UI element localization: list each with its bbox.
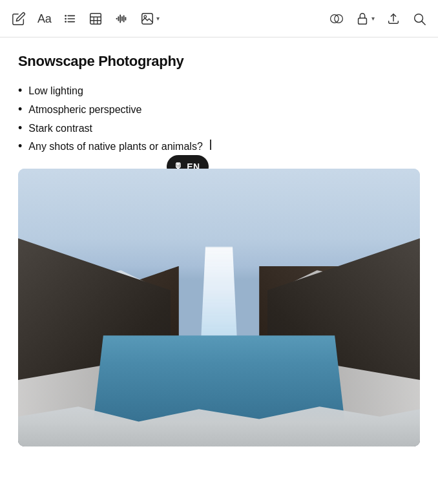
media-svg xyxy=(140,12,154,26)
svg-point-23 xyxy=(415,14,423,22)
collab-icon[interactable] xyxy=(329,12,344,26)
list-item-text-last: Any shots of native plants or animals? xyxy=(28,138,202,155)
lock-svg xyxy=(355,12,370,26)
list-item: Stark contrast xyxy=(18,119,420,138)
list-item-text: Low lighting xyxy=(28,83,83,100)
bullet-list: Low lighting Atmospheric perspective Sta… xyxy=(18,81,420,156)
svg-rect-17 xyxy=(142,13,153,24)
media-chevron: ▾ xyxy=(156,16,160,22)
document-title: Snowscape Photography xyxy=(18,53,420,70)
list-svg xyxy=(63,12,77,26)
collab-svg xyxy=(329,12,344,26)
svg-point-2 xyxy=(65,17,67,19)
svg-rect-21 xyxy=(359,18,367,24)
table-icon[interactable] xyxy=(89,12,103,26)
list-item: Atmospheric perspective xyxy=(18,100,420,119)
list-item-last: Any shots of native plants or animals? 🎙… xyxy=(18,137,420,156)
document-content: Snowscape Photography Low lighting Atmos… xyxy=(0,37,438,156)
table-svg xyxy=(89,12,103,26)
svg-rect-6 xyxy=(90,13,101,24)
list-item: Low lighting xyxy=(18,81,420,100)
lock-button[interactable]: ▾ xyxy=(355,12,375,26)
svg-line-24 xyxy=(422,21,425,25)
edit-svg xyxy=(12,12,26,26)
audio-icon[interactable] xyxy=(114,12,129,26)
list-item-text: Atmospheric perspective xyxy=(28,101,141,118)
font-icon[interactable]: Aa xyxy=(37,13,51,25)
snowscape-scene xyxy=(18,169,420,446)
svg-point-0 xyxy=(65,15,67,17)
share-icon[interactable] xyxy=(386,12,401,26)
toolbar-left: Aa xyxy=(12,12,318,26)
svg-point-18 xyxy=(144,15,147,17)
share-svg xyxy=(386,12,401,26)
list-item-text: Stark contrast xyxy=(28,120,92,137)
media-button[interactable]: ▾ xyxy=(140,12,160,26)
audio-svg xyxy=(114,12,129,26)
list-icon[interactable] xyxy=(63,12,77,26)
svg-point-4 xyxy=(65,21,67,23)
text-cursor xyxy=(210,140,211,150)
snowscape-image xyxy=(18,169,420,446)
edit-icon[interactable] xyxy=(12,12,26,26)
toolbar: Aa xyxy=(0,0,438,37)
search-icon[interactable] xyxy=(412,12,426,26)
toolbar-right: ▾ xyxy=(329,12,426,26)
lock-chevron: ▾ xyxy=(371,16,375,22)
search-svg xyxy=(412,12,426,26)
